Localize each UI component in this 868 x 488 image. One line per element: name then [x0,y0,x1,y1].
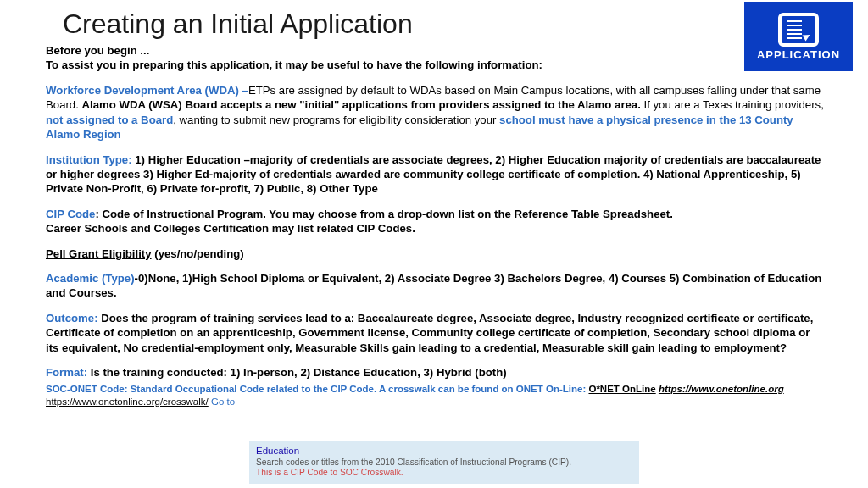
pell-section: Pell Grant Eligibility (yes/no/pending) [46,247,824,261]
goto-text: Go to [209,396,235,407]
format-section: Format: Is the training conducted: 1) In… [46,365,824,380]
cip-text-1: : Code of Instructional Program. You may… [95,208,672,220]
academic-section: Academic (Type)-0)None, 1)High School Di… [46,271,824,301]
intro-line-1: Before you begin ... [46,43,824,58]
cip-text-2: Career Schools and Colleges Certificatio… [46,222,415,235]
wda-text-3: , wanting to submit new programs for eli… [173,114,499,126]
cip-section: CIP Code: Code of Instructional Program.… [46,207,824,236]
page-title: Creating an Initial Application [0,0,868,43]
outcome-section: Outcome: Does the program of training se… [46,311,824,355]
academic-text: -0)None, 1)High School Diploma or Equiva… [46,272,821,299]
institution-type-section: Institution Type: 1) Higher Education –m… [46,152,824,197]
snippet-desc: Search codes or titles from the 2010 Cla… [256,458,632,469]
wda-text-2: If you are a Texas training providers, [644,98,824,111]
onet-online-link[interactable]: O*NET OnLine [588,384,655,394]
pell-label: Pell Grant Eligibility [46,247,152,260]
wda-label: Workforce Development Area (WDA) – [46,84,248,97]
wda-bold-1: Alamo WDA (WSA) Board accepts a new "ini… [82,98,644,111]
format-text: Is the training conducted: 1) In-person,… [91,366,507,379]
outcome-label: Outcome: [46,312,101,324]
institution-type-text: 1) Higher Education –majority of credent… [46,153,821,196]
pell-text: (yes/no/pending) [152,247,244,260]
search-snippet: Education Search codes or titles from th… [249,441,639,484]
snippet-title[interactable]: Education [256,445,632,457]
soc-section: SOC-ONET Code: Standard Occupational Cod… [46,383,824,408]
wda-blue-2: not assigned to a Board [46,114,173,126]
application-icon-label: APPLICATION [757,48,840,61]
outcome-text: Does the program of training services le… [46,312,813,354]
intro-line-2: To assist you in preparing this applicat… [46,58,824,72]
onet-crosswalk-link[interactable]: https://www.onetonline.org/crosswalk/ [46,396,209,407]
soc-blue-text: SOC-ONET Code: Standard Occupational Cod… [46,384,588,394]
format-label: Format: [46,366,91,379]
cip-label: CIP Code [46,208,95,220]
onet-url-link[interactable]: https://www.onetonline.org [659,384,784,394]
snippet-note: This is a CIP Code to SOC Crosswalk. [256,468,632,479]
wda-section: Workforce Development Area (WDA) –ETPs a… [46,83,824,142]
academic-label: Academic (Type) [46,272,135,285]
body-text: Before you begin ... To assist you in pr… [0,43,868,408]
application-icon: APPLICATION [744,2,853,71]
institution-type-label: Institution Type: [46,153,135,166]
